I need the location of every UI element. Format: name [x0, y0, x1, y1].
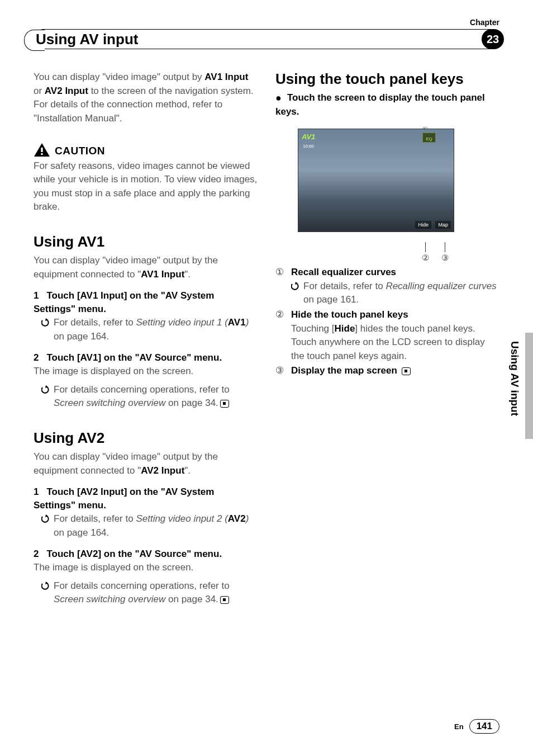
- footer-lang: En: [454, 722, 464, 731]
- t: For details concerning operations, refer…: [54, 384, 230, 395]
- t: on page 34.: [165, 398, 218, 408]
- t: For details, refer to: [303, 281, 386, 291]
- caution-text: For safety reasons, video images cannot …: [34, 159, 258, 215]
- def-1-num: ①: [275, 266, 288, 307]
- av1-step2-num: 2: [34, 352, 39, 363]
- intro-text: You can display "video image" output by: [34, 72, 204, 82]
- page-title: Using AV input: [34, 31, 142, 48]
- av2-heading: Using AV2: [34, 429, 258, 447]
- av1-step2-body: The image is displayed on the screen.: [34, 365, 258, 379]
- callout-line: [425, 242, 426, 252]
- end-mark-icon: [220, 400, 229, 408]
- t: For details concerning operations, refer…: [54, 580, 230, 591]
- def-2-num: ②: [275, 308, 288, 363]
- svg-rect-0: [41, 148, 42, 152]
- caution-icon: [34, 143, 50, 157]
- caution-label: CAUTION: [55, 145, 105, 157]
- ss-eq-button: EQ: [422, 133, 436, 143]
- end-mark-icon: [220, 596, 229, 604]
- av2-step2-num: 2: [34, 549, 39, 559]
- av1-heading: Using AV1: [34, 233, 258, 251]
- av2-step1-text: Touch [AV2 Input] on the "AV System Sett…: [34, 486, 214, 511]
- def-3-title: Display the map screen: [291, 365, 397, 376]
- av1-intro: You can display "video image" output by …: [34, 254, 258, 281]
- av2-step2-ref: For details concerning operations, refer…: [34, 579, 258, 607]
- side-tab-bg: [525, 333, 533, 439]
- t: Setting video input 1 (: [136, 317, 227, 328]
- def-1: ① Recall equalizer curves For details, r…: [275, 266, 499, 307]
- chapter-header: Using AV input 23: [34, 31, 499, 48]
- t: Screen switching overview: [54, 594, 165, 604]
- av2-step2-text: Touch [AV2] on the "AV Source" menu.: [46, 549, 222, 559]
- av1-step1-ref: For details, refer to Setting video inpu…: [34, 316, 258, 343]
- av2-step1: 1Touch [AV2 Input] on the "AV System Set…: [34, 485, 258, 512]
- t: ): [246, 513, 249, 524]
- av1-intro-c: ".: [184, 269, 191, 280]
- intro-av2: AV2 Input: [45, 86, 88, 96]
- intro-av1: AV1 Input: [204, 72, 248, 82]
- intro-or: or: [34, 86, 45, 96]
- t: ): [246, 317, 249, 328]
- t: For details, refer to: [54, 317, 136, 328]
- t: AV2: [228, 513, 246, 524]
- av2-step1-ref: For details, refer to Setting video inpu…: [34, 512, 258, 540]
- ss-time-label: 10:00: [303, 144, 314, 149]
- end-mark-icon: [402, 367, 411, 375]
- t: AV1: [228, 317, 246, 328]
- t: on page 34.: [165, 594, 218, 604]
- av2-step1-num: 1: [34, 486, 39, 497]
- av1-step1-text: Touch [AV1 Input] on the "AV System Sett…: [34, 290, 214, 314]
- t: AV2 Input: [141, 465, 184, 476]
- t: For details, refer to: [54, 513, 136, 524]
- touch-lead: ●Touch the screen to display the touch p…: [275, 91, 499, 119]
- t: Hide: [335, 323, 355, 334]
- ref-arrow-icon: [41, 580, 50, 594]
- ref-arrow-icon: [41, 513, 50, 527]
- def-3-num: ③: [275, 364, 288, 378]
- t: on page 164.: [54, 331, 109, 342]
- ref-arrow-icon: [41, 317, 50, 331]
- av1-step1: 1Touch [AV1 Input] on the "AV System Set…: [34, 289, 258, 316]
- callout-3: ③: [440, 253, 450, 263]
- av2-step2: 2Touch [AV2] on the "AV Source" menu.: [34, 547, 258, 561]
- page-footer: En 141: [454, 719, 499, 734]
- av2-step2-body: The image is displayed on the screen.: [34, 561, 258, 575]
- ss-source-label: AV1: [302, 133, 315, 141]
- ref-arrow-icon: [41, 384, 50, 398]
- ref-arrow-icon: [291, 281, 299, 295]
- t: on page 164.: [54, 527, 109, 538]
- caution-heading: CAUTION: [34, 143, 258, 157]
- ss-map-button: Map: [435, 221, 451, 229]
- def-2-title: Hide the touch panel keys: [291, 309, 408, 320]
- chapter-number-badge: 23: [482, 29, 504, 49]
- t: ".: [184, 465, 191, 476]
- def-3: ③ Display the map screen: [275, 364, 499, 378]
- svg-rect-1: [41, 153, 42, 155]
- ss-hide-button: Hide: [415, 221, 431, 229]
- t: on page 161.: [303, 294, 359, 305]
- side-tab-label: Using AV input: [508, 341, 521, 416]
- av1-step1-num: 1: [34, 290, 39, 301]
- av1-step2: 2Touch [AV1] on the "AV Source" menu.: [34, 351, 258, 365]
- def-1-title: Recall equalizer curves: [291, 267, 396, 277]
- right-column: Using the touch panel keys ●Touch the sc…: [275, 70, 499, 607]
- av1-step2-ref: For details concerning operations, refer…: [34, 383, 258, 410]
- intro-paragraph: You can display "video image" output by …: [34, 70, 258, 126]
- t: Setting video input 2 (: [136, 513, 227, 524]
- av2-intro: You can display "video image" output by …: [34, 450, 258, 478]
- def-1-ref: For details, refer to Recalling equalize…: [291, 280, 499, 307]
- screenshot-wrap: ① AV1 10:00 EQ Hide Map ② ③: [275, 129, 460, 232]
- av1-intro-b: AV1 Input: [141, 269, 184, 280]
- left-column: You can display "video image" output by …: [34, 70, 258, 607]
- touch-lead-text: Touch the screen to display the touch pa…: [275, 92, 485, 117]
- definition-list: ① Recall equalizer curves For details, r…: [275, 266, 499, 378]
- touch-heading: Using the touch panel keys: [275, 70, 499, 88]
- t: Screen switching overview: [54, 398, 165, 408]
- t: Touching [: [291, 323, 335, 334]
- def-2: ② Hide the touch panel keys Touching [Hi…: [275, 308, 499, 363]
- chapter-label: Chapter: [470, 18, 499, 27]
- bullet-icon: ●: [275, 92, 282, 103]
- av1-step2-text: Touch [AV1] on the "AV Source" menu.: [46, 352, 222, 363]
- av-screenshot: AV1 10:00 EQ Hide Map: [298, 129, 454, 232]
- callout-line: [445, 242, 445, 252]
